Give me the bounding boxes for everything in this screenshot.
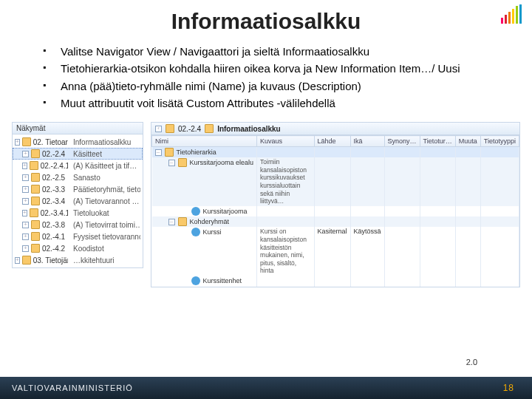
folder-icon: [178, 158, 187, 167]
row-name: Kurssittenhet: [203, 277, 242, 284]
column-header[interactable]: Muuta: [455, 136, 480, 147]
bullet-item: Tietohierarkia-otsikon kohdalla hiiren o…: [43, 61, 489, 76]
folder-icon: [22, 256, 31, 265]
page-number: 18: [503, 383, 514, 393]
nav-item-label: 02.-4.1: [42, 233, 65, 241]
folder-icon: [165, 148, 174, 157]
nav-tree-item[interactable]: +02.-2.5Sanasto: [13, 171, 143, 183]
embedded-screenshot: Näkymät +02. TietoarkkitehtuuriInformaat…: [12, 122, 520, 287]
back-icon[interactable]: ‹: [155, 126, 162, 132]
folder-icon: [31, 197, 40, 205]
folder-icon: [30, 161, 38, 170]
brand-stripes: [501, 4, 522, 24]
nav-tree-item[interactable]: +03. Tietojärjestelmä……kkitehtuuri: [13, 254, 143, 266]
nav-tree-item[interactable]: +02.-3.3Päätietoryhmät, tieto…: [13, 183, 143, 195]
nav-item-desc: Koodistot: [70, 245, 140, 253]
nav-item-label: 02.-2.4.1: [41, 162, 68, 170]
detail-table[interactable]: NimiKuvausLähdeIkäSynony…Tietotur…MuutaT…: [151, 135, 519, 287]
expand-icon[interactable]: +: [22, 222, 29, 228]
footer-bar: VALTIOVARAINMINISTERIÖ 18: [0, 377, 532, 399]
expand-icon[interactable]: +: [15, 139, 20, 146]
version-label: 2.0: [466, 358, 477, 366]
breadcrumb-id: 02.-2.4: [178, 125, 201, 133]
nav-item-label: 02.-3.4.1: [41, 209, 68, 217]
column-header[interactable]: Lähde: [314, 136, 350, 147]
expand-icon[interactable]: +: [22, 233, 29, 240]
nav-item-label: 02.-4.2: [42, 245, 65, 253]
navigator-header: Näkymät: [12, 122, 143, 134]
column-header[interactable]: Synony…: [384, 136, 420, 147]
folder-icon: [31, 232, 40, 241]
nav-item-desc: Fyysiset tietovarannot: [70, 233, 140, 241]
expand-icon[interactable]: +: [22, 198, 29, 205]
column-header[interactable]: Nimi: [152, 136, 257, 147]
expand-icon[interactable]: –: [155, 149, 162, 156]
item-icon: [191, 276, 200, 285]
folder-icon: [178, 217, 187, 226]
row-name: Kurssitarjooma elealu: [190, 159, 254, 166]
row-desc: [257, 206, 314, 217]
table-row[interactable]: –Kurssitarjooma elealuToimiin kansalaiso…: [152, 157, 519, 206]
folder-icon: [31, 185, 40, 194]
column-header[interactable]: Tietotur…: [420, 136, 455, 147]
folder-icon: [166, 124, 174, 133]
folder-icon: [31, 220, 40, 229]
table-row[interactable]: Kurssitarjooma: [152, 206, 519, 217]
nav-item-label: 03. Tietojärjestelmä…: [33, 256, 68, 265]
expand-icon[interactable]: –: [168, 219, 175, 225]
table-row[interactable]: –Kohderyhmät: [152, 216, 519, 227]
folder-icon: [31, 173, 40, 182]
expand-icon[interactable]: +: [22, 186, 29, 193]
nav-tree-item[interactable]: +02.-4.1Fyysiset tietovarannot: [13, 231, 143, 242]
nav-tree-item[interactable]: +02.-3.4(A) Tietovarannot …: [13, 195, 143, 207]
column-header[interactable]: Ikä: [350, 136, 384, 147]
table-row[interactable]: –Tietohierarkia: [152, 147, 519, 158]
expand-icon[interactable]: +: [15, 257, 20, 264]
expand-icon[interactable]: +: [22, 245, 29, 252]
folder-icon: [31, 149, 40, 158]
footer-brand: VALTIOVARAINMINISTERIÖ: [12, 383, 133, 392]
table-row[interactable]: Kurssittenhet: [152, 276, 519, 287]
expand-icon[interactable]: +: [22, 210, 27, 216]
nav-item-label: 02. Tietoarkkitehtuuri: [33, 138, 68, 146]
nav-tree-item[interactable]: +02.-2.4.1(A) Käsitteet ja tif…: [13, 160, 143, 171]
row-name: Tietohierarkia: [177, 149, 216, 156]
nav-item-desc: (A) Käsitteet ja tif…: [70, 162, 140, 170]
nav-item-desc: Käsitteet: [70, 150, 140, 158]
bullet-item: Anna (pää)tieto-ryhmälle nimi (Name) ja …: [43, 79, 489, 94]
nav-tree-item[interactable]: +02. TietoarkkitehtuuriInformaatiosalkku: [13, 136, 143, 148]
navigator-tree[interactable]: +02. TietoarkkitehtuuriInformaatiosalkku…: [12, 134, 143, 268]
row-desc: [257, 147, 314, 158]
nav-tree-item[interactable]: +02.-3.8(A) Tietovirrat toimi…: [13, 219, 143, 231]
expand-icon[interactable]: +: [22, 151, 29, 157]
page-title: Informaatiosalkku: [0, 0, 532, 44]
breadcrumb-name: Informaatiosalkku: [217, 125, 281, 133]
expand-icon[interactable]: –: [168, 160, 175, 166]
row-desc: Toimiin kansalaisopiston kurssikuvaukset…: [257, 157, 314, 206]
column-header[interactable]: Tietotyyppi: [480, 136, 519, 147]
nav-item-label: 02.-2.5: [42, 174, 65, 182]
row-name: Kurssi: [203, 228, 222, 236]
detail-breadcrumb: ‹ 02.-2.4 Informaatiosalkku: [151, 123, 519, 135]
table-row[interactable]: KurssiKurssi on kansalaisopiston käsitte…: [152, 227, 519, 276]
folder-icon: [22, 137, 31, 146]
nav-item-desc: …kkitehtuuri: [70, 256, 140, 265]
row-desc: [257, 216, 314, 227]
expand-icon[interactable]: +: [22, 174, 29, 181]
nav-tree-item[interactable]: +02.-3.4.1Tietoluokat: [13, 207, 143, 219]
bullet-item: Muut attribuutit voit lisätä Custom Attr…: [43, 96, 489, 111]
nav-item-desc: (A) Tietovirrat toimi…: [70, 221, 140, 229]
nav-tree-item[interactable]: +02.-4.2Koodistot: [13, 242, 143, 254]
expand-icon[interactable]: +: [22, 163, 27, 169]
bullet-list: Valitse Navigator View / Navigaattori ja…: [0, 44, 532, 122]
nav-tree-item[interactable]: +02.-2.4Käsitteet: [13, 148, 143, 160]
folder-icon: [205, 124, 214, 133]
nav-item-label: 02.-3.3: [42, 185, 65, 194]
folder-icon: [31, 244, 40, 253]
detail-panel: ‹ 02.-2.4 Informaatiosalkku NimiKuvausLä…: [151, 122, 520, 287]
column-header[interactable]: Kuvaus: [257, 136, 314, 147]
nav-item-desc: Tietoluokat: [70, 209, 140, 217]
nav-item-desc: Informaatiosalkku: [70, 138, 140, 146]
nav-item-desc: (A) Tietovarannot …: [70, 197, 140, 205]
item-icon: [191, 228, 200, 236]
